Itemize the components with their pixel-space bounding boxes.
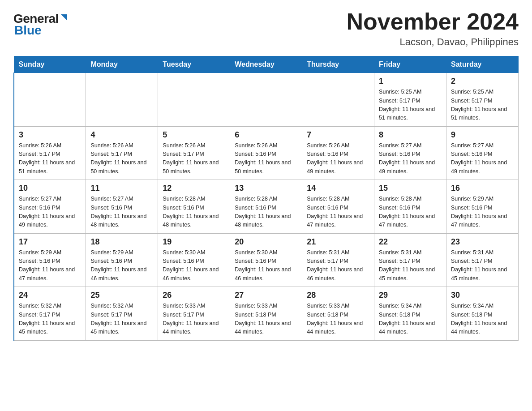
calendar-cell: 8Sunrise: 5:27 AM Sunset: 5:16 PM Daylig… (374, 126, 446, 180)
calendar-cell: 3Sunrise: 5:26 AM Sunset: 5:17 PM Daylig… (14, 126, 86, 180)
day-number: 19 (163, 237, 225, 247)
calendar-cell: 6Sunrise: 5:26 AM Sunset: 5:16 PM Daylig… (230, 126, 302, 180)
day-info: Sunrise: 5:26 AM Sunset: 5:16 PM Dayligh… (307, 141, 369, 176)
weekday-header-monday: Monday (86, 56, 158, 73)
calendar-cell (302, 73, 374, 127)
day-info: Sunrise: 5:26 AM Sunset: 5:17 PM Dayligh… (90, 141, 153, 176)
calendar-cell: 13Sunrise: 5:28 AM Sunset: 5:16 PM Dayli… (230, 180, 302, 234)
day-info: Sunrise: 5:34 AM Sunset: 5:18 PM Dayligh… (379, 302, 442, 337)
calendar-cell (230, 73, 302, 127)
calendar-cell: 20Sunrise: 5:30 AM Sunset: 5:16 PM Dayli… (230, 233, 302, 287)
day-info: Sunrise: 5:32 AM Sunset: 5:17 PM Dayligh… (19, 302, 81, 337)
day-number: 12 (163, 184, 225, 193)
day-number: 18 (90, 237, 153, 247)
logo-triangle-icon (59, 13, 69, 22)
day-number: 9 (451, 130, 514, 140)
logo-blue-text: Blue (14, 23, 42, 38)
calendar-week-row: 24Sunrise: 5:32 AM Sunset: 5:17 PM Dayli… (14, 287, 519, 341)
day-number: 8 (379, 130, 442, 140)
weekday-header-saturday: Saturday (446, 56, 519, 73)
day-number: 7 (307, 130, 369, 140)
page-title: November 2024 (347, 9, 519, 34)
day-info: Sunrise: 5:29 AM Sunset: 5:16 PM Dayligh… (90, 248, 153, 283)
day-number: 15 (379, 184, 442, 193)
calendar-cell: 21Sunrise: 5:31 AM Sunset: 5:17 PM Dayli… (302, 233, 374, 287)
day-info: Sunrise: 5:34 AM Sunset: 5:18 PM Dayligh… (451, 302, 514, 337)
calendar-table: SundayMondayTuesdayWednesdayThursdayFrid… (13, 56, 519, 341)
calendar-cell: 28Sunrise: 5:33 AM Sunset: 5:18 PM Dayli… (302, 287, 374, 341)
calendar-week-row: 1Sunrise: 5:25 AM Sunset: 5:17 PM Daylig… (14, 73, 519, 127)
day-info: Sunrise: 5:25 AM Sunset: 5:17 PM Dayligh… (451, 88, 514, 123)
day-info: Sunrise: 5:29 AM Sunset: 5:16 PM Dayligh… (19, 248, 81, 283)
weekday-header-tuesday: Tuesday (158, 56, 230, 73)
day-number: 29 (379, 291, 442, 300)
day-number: 20 (235, 237, 297, 247)
day-info: Sunrise: 5:28 AM Sunset: 5:16 PM Dayligh… (163, 195, 225, 230)
day-number: 30 (451, 291, 514, 300)
weekday-header-sunday: Sunday (14, 56, 86, 73)
title-block: November 2024 Lacson, Davao, Philippines (347, 9, 519, 48)
day-info: Sunrise: 5:33 AM Sunset: 5:18 PM Dayligh… (235, 302, 297, 337)
day-number: 10 (19, 184, 81, 193)
calendar-cell: 9Sunrise: 5:27 AM Sunset: 5:16 PM Daylig… (446, 126, 519, 180)
day-info: Sunrise: 5:28 AM Sunset: 5:16 PM Dayligh… (307, 195, 369, 230)
calendar-cell: 12Sunrise: 5:28 AM Sunset: 5:16 PM Dayli… (158, 180, 230, 234)
day-info: Sunrise: 5:27 AM Sunset: 5:16 PM Dayligh… (90, 195, 153, 230)
day-info: Sunrise: 5:27 AM Sunset: 5:16 PM Dayligh… (379, 141, 442, 176)
calendar-week-row: 10Sunrise: 5:27 AM Sunset: 5:16 PM Dayli… (14, 180, 519, 234)
calendar-cell: 7Sunrise: 5:26 AM Sunset: 5:16 PM Daylig… (302, 126, 374, 180)
calendar-cell (14, 73, 86, 127)
day-info: Sunrise: 5:27 AM Sunset: 5:16 PM Dayligh… (451, 141, 514, 176)
day-number: 2 (451, 77, 514, 86)
day-number: 21 (307, 237, 369, 247)
day-info: Sunrise: 5:32 AM Sunset: 5:17 PM Dayligh… (90, 302, 153, 337)
calendar-cell: 23Sunrise: 5:31 AM Sunset: 5:17 PM Dayli… (446, 233, 519, 287)
weekday-header-friday: Friday (374, 56, 446, 73)
day-number: 23 (451, 237, 514, 247)
day-number: 14 (307, 184, 369, 193)
calendar-cell: 10Sunrise: 5:27 AM Sunset: 5:16 PM Dayli… (14, 180, 86, 234)
day-number: 27 (235, 291, 297, 300)
page-header: General Blue November 2024 Lacson, Davao… (13, 9, 519, 48)
day-info: Sunrise: 5:31 AM Sunset: 5:17 PM Dayligh… (451, 248, 514, 283)
day-info: Sunrise: 5:26 AM Sunset: 5:16 PM Dayligh… (235, 141, 297, 176)
calendar-cell: 27Sunrise: 5:33 AM Sunset: 5:18 PM Dayli… (230, 287, 302, 341)
day-number: 1 (379, 77, 442, 86)
day-number: 6 (235, 130, 297, 140)
day-number: 11 (90, 184, 153, 193)
day-number: 25 (90, 291, 153, 300)
calendar-cell: 25Sunrise: 5:32 AM Sunset: 5:17 PM Dayli… (86, 287, 158, 341)
day-number: 16 (451, 184, 514, 193)
day-info: Sunrise: 5:30 AM Sunset: 5:16 PM Dayligh… (163, 248, 225, 283)
calendar-header-row: SundayMondayTuesdayWednesdayThursdayFrid… (14, 56, 519, 73)
day-number: 13 (235, 184, 297, 193)
calendar-cell: 18Sunrise: 5:29 AM Sunset: 5:16 PM Dayli… (86, 233, 158, 287)
calendar-cell: 2Sunrise: 5:25 AM Sunset: 5:17 PM Daylig… (446, 73, 519, 127)
weekday-header-thursday: Thursday (302, 56, 374, 73)
day-info: Sunrise: 5:26 AM Sunset: 5:17 PM Dayligh… (163, 141, 225, 176)
calendar-cell: 24Sunrise: 5:32 AM Sunset: 5:17 PM Dayli… (14, 287, 86, 341)
logo: General Blue (13, 9, 69, 38)
day-number: 26 (163, 291, 225, 300)
page-subtitle: Lacson, Davao, Philippines (347, 36, 519, 48)
day-number: 22 (379, 237, 442, 247)
svg-marker-0 (61, 14, 67, 21)
calendar-cell: 1Sunrise: 5:25 AM Sunset: 5:17 PM Daylig… (374, 73, 446, 127)
day-info: Sunrise: 5:31 AM Sunset: 5:17 PM Dayligh… (307, 248, 369, 283)
calendar-week-row: 17Sunrise: 5:29 AM Sunset: 5:16 PM Dayli… (14, 233, 519, 287)
weekday-header-wednesday: Wednesday (230, 56, 302, 73)
calendar-cell (158, 73, 230, 127)
calendar-cell: 19Sunrise: 5:30 AM Sunset: 5:16 PM Dayli… (158, 233, 230, 287)
day-info: Sunrise: 5:25 AM Sunset: 5:17 PM Dayligh… (379, 88, 442, 123)
calendar-cell: 29Sunrise: 5:34 AM Sunset: 5:18 PM Dayli… (374, 287, 446, 341)
day-number: 17 (19, 237, 81, 247)
day-info: Sunrise: 5:31 AM Sunset: 5:17 PM Dayligh… (379, 248, 442, 283)
calendar-cell: 4Sunrise: 5:26 AM Sunset: 5:17 PM Daylig… (86, 126, 158, 180)
calendar-cell: 11Sunrise: 5:27 AM Sunset: 5:16 PM Dayli… (86, 180, 158, 234)
calendar-cell: 17Sunrise: 5:29 AM Sunset: 5:16 PM Dayli… (14, 233, 86, 287)
day-number: 28 (307, 291, 369, 300)
day-info: Sunrise: 5:30 AM Sunset: 5:16 PM Dayligh… (235, 248, 297, 283)
day-number: 5 (163, 130, 225, 140)
calendar-cell: 22Sunrise: 5:31 AM Sunset: 5:17 PM Dayli… (374, 233, 446, 287)
day-info: Sunrise: 5:26 AM Sunset: 5:17 PM Dayligh… (19, 141, 81, 176)
